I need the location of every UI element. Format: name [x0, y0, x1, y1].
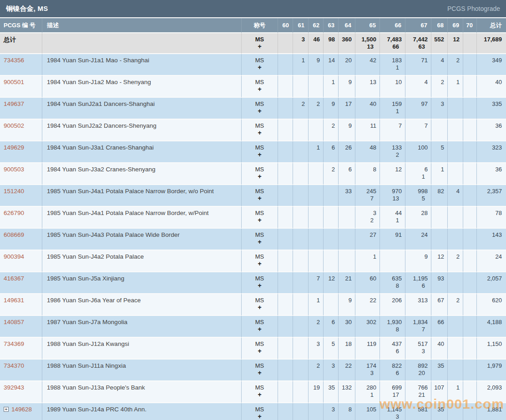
pcgs-number-link[interactable]: 734356	[4, 57, 24, 64]
row-grade-cell-61	[293, 185, 308, 207]
grade-count: 437	[380, 340, 405, 348]
designation-ms-label: MS	[242, 384, 278, 391]
grade-count: 280	[355, 384, 380, 391]
expand-icon[interactable]: +	[4, 407, 9, 412]
grade-count: 7	[405, 122, 431, 130]
grade-count: 93	[431, 275, 447, 282]
table-row: 6267901985 Yuan Sun-J4a1 Potala Palace N…	[0, 207, 506, 229]
description-cell: 1987 Yuan Sun-J7a Mongolia	[42, 316, 241, 338]
grade-count: 174	[355, 362, 380, 370]
designation-ms-label: MS	[242, 231, 278, 238]
pcgs-number-cell: 392943	[0, 381, 42, 403]
row-grade-cell-66: 1831	[380, 54, 405, 76]
pcgs-number-cell: 149637	[0, 98, 42, 120]
designation-cell: MS+	[241, 381, 278, 403]
designation-cell: MS+	[241, 33, 278, 54]
row-grade-cell-62	[308, 185, 323, 207]
table-row: 9003941985 Yuan Sun-J4a2 Potala PalaceMS…	[0, 250, 506, 272]
row-total: 40	[477, 79, 506, 86]
grade-count: 6	[324, 319, 338, 326]
row-grade-cell-60	[278, 76, 293, 98]
row-grade-cell-61	[293, 76, 308, 98]
pcgs-number-link[interactable]: 900502	[4, 122, 24, 129]
pcgs-number-link[interactable]: 608669	[4, 231, 24, 238]
pcgs-number-link[interactable]: 149631	[4, 297, 24, 304]
grade-count: 1	[448, 79, 463, 86]
table-row: 1512401985 Yuan Sun-J4a1 Potala Palace N…	[0, 185, 506, 207]
designation-cell: MS+	[241, 163, 278, 185]
grade-count: 1,930	[380, 319, 405, 326]
pcgs-number-link[interactable]: 734369	[4, 340, 24, 347]
designation-ms-label: MS	[242, 253, 278, 260]
grade-count: 1	[448, 384, 463, 391]
totals-row: 总计MS+346983601,500137,483667,44263552121…	[0, 33, 506, 54]
grade-count: 9	[339, 79, 355, 86]
pcgs-number-link[interactable]: 416367	[4, 275, 24, 282]
designation-cell: MS+	[241, 403, 278, 420]
pcgs-number-link[interactable]: 900501	[4, 79, 24, 85]
row-grade-cell-64: 132	[338, 381, 355, 403]
totals-desc-cell	[42, 33, 241, 54]
row-total: 1,881	[477, 406, 506, 413]
pcgs-number-cell: 900501	[0, 76, 42, 98]
pcgs-number-link[interactable]: 140857	[4, 319, 24, 325]
designation-ms-label: MS	[242, 275, 278, 282]
grade-count: 66	[431, 319, 447, 326]
row-grade-cell-67: 1,1956	[405, 272, 431, 294]
row-total: 36	[477, 122, 506, 130]
plus-count: 6	[405, 282, 431, 290]
grade-count: 33	[339, 188, 355, 195]
plus-count: 1	[355, 391, 380, 399]
pcgs-number-link[interactable]: 149637	[4, 100, 24, 107]
plus-count: 2	[380, 151, 405, 159]
totals-grade-cell-65: 1,50013	[355, 33, 380, 54]
row-total: 2,057	[477, 275, 506, 282]
row-grade-cell-65: 13	[355, 76, 380, 98]
grade-count: 40	[431, 340, 447, 348]
description-cell: 1986 Yuan Sun-J6a Year of Peace	[42, 294, 241, 316]
photograde-link[interactable]: PCGS Photograde	[447, 5, 500, 12]
designation-ms-label: MS	[242, 100, 278, 107]
page-title: 铜镍合金, MS	[6, 5, 48, 13]
designation-plus-label: +	[242, 195, 278, 202]
row-grade-cell-62: 7	[308, 272, 323, 294]
grade-count: 100	[405, 144, 431, 151]
coin-description: 1985 Yuan Sun-J4a1 Potala Palace Narrow …	[47, 210, 208, 216]
pcgs-number-link[interactable]: 149628	[11, 406, 32, 413]
row-grade-cell-69	[447, 141, 463, 163]
grade-count: 26	[339, 144, 355, 151]
row-total-cell: 2,057	[476, 272, 506, 294]
pcgs-number-link[interactable]: 151240	[4, 188, 24, 195]
pcgs-number-cell: 734370	[0, 360, 42, 381]
row-grade-cell-63: 3	[323, 360, 338, 381]
pcgs-number-link[interactable]: 149629	[4, 144, 24, 151]
designation-plus-label: +	[242, 129, 278, 136]
row-grade-cell-62: 9	[308, 54, 323, 76]
row-grade-cell-62: 1	[308, 294, 323, 316]
row-grade-cell-62	[308, 403, 323, 420]
pcgs-number-link[interactable]: 734370	[4, 362, 24, 369]
pcgs-number-link[interactable]: 392943	[4, 384, 24, 391]
description-cell: 1985 Yuan Sun-J5a Xinjiang	[42, 272, 241, 294]
row-grade-cell-64	[338, 207, 355, 229]
row-grade-cell-62: 2	[308, 360, 323, 381]
pcgs-number-link[interactable]: 900503	[4, 166, 24, 173]
row-grade-cell-60	[278, 250, 293, 272]
grade-count: 9	[309, 57, 323, 64]
coin-description: 1989 Yuan Sun-J14a PRC 40th Ann.	[47, 406, 147, 413]
col-header-pcgs: PCGS 编 号	[0, 18, 42, 33]
row-grade-cell-61	[293, 250, 308, 272]
row-grade-cell-69: 1	[447, 381, 463, 403]
grade-count: 9	[339, 122, 355, 130]
row-grade-cell-69: 1	[447, 76, 463, 98]
grade-count: 1	[293, 57, 308, 64]
totals-grade-cell-66: 7,48366	[380, 33, 405, 54]
row-grade-cell-67: 9985	[405, 185, 431, 207]
pcgs-number-link[interactable]: 900394	[4, 253, 24, 260]
grade-count: 6	[324, 144, 338, 151]
row-grade-cell-68	[431, 120, 447, 141]
grade-count: 40	[355, 100, 380, 108]
designation-ms-label: MS	[242, 188, 278, 195]
row-grade-cell-69	[447, 272, 463, 294]
pcgs-number-link[interactable]: 626790	[4, 210, 24, 216]
